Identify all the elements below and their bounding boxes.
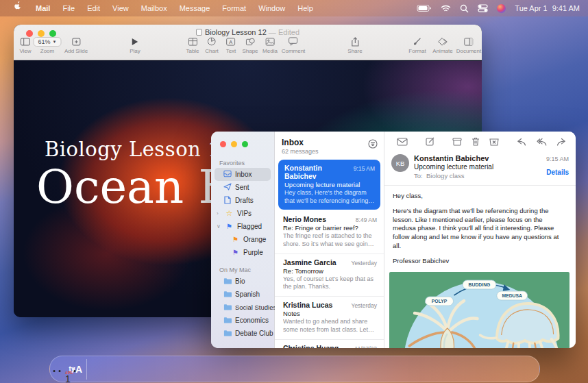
running-indicator — [53, 370, 56, 372]
detail-recipient: To: Biology class — [414, 172, 546, 180]
flag-icon: ⚑ — [225, 223, 234, 230]
keynote-text-button[interactable]: A Text — [226, 36, 236, 54]
chevron-down-icon: ∨ — [217, 223, 221, 230]
mailbox-title: Inbox — [282, 138, 377, 147]
sidebar-item-flagged[interactable]: ∨ ⚑ Flagged — [215, 220, 271, 233]
menu-item-edit[interactable]: Edit — [81, 0, 106, 16]
keynote-table-button[interactable]: Table — [186, 36, 199, 54]
keynote-format-button[interactable]: Format — [408, 36, 426, 54]
sidebar-item-flag-orange[interactable]: ⚑ Orange — [215, 233, 271, 246]
sidebar-folder-social-studies[interactable]: Social Studies — [215, 301, 271, 314]
reply-all-icon[interactable] — [536, 138, 547, 146]
sidebar-item-vips[interactable]: › ☆ VIPs — [215, 207, 271, 220]
details-link[interactable]: Details — [546, 169, 569, 176]
message-row[interactable]: Konstantin Babichev9:15 AM Upcoming lect… — [278, 160, 380, 210]
diagram-label-medusa: MEDUSA — [502, 293, 522, 298]
apple-menu-icon[interactable] — [8, 0, 29, 16]
sidebar-item-inbox[interactable]: Inbox — [215, 168, 271, 181]
sidebar-header-icloud[interactable]: iCloud — [211, 346, 274, 348]
trash-icon[interactable] — [471, 137, 480, 146]
sidebar-item-sent[interactable]: Sent — [215, 181, 271, 194]
keynote-view-button[interactable]: View — [19, 36, 31, 54]
menu-item-window[interactable]: Window — [252, 0, 291, 16]
format-brush-icon — [408, 36, 426, 47]
sidebar-folder-debate-club[interactable]: Debate Club — [215, 327, 271, 340]
keynote-media-button[interactable]: Media — [262, 36, 278, 54]
spotlight-search-icon[interactable] — [460, 4, 469, 13]
wifi-icon[interactable] — [441, 5, 451, 12]
menu-item-view[interactable]: View — [106, 0, 135, 16]
sidebar-item-flag-purple[interactable]: ⚑ Purple — [215, 246, 271, 259]
diagram-label-budding: BUDDING — [469, 282, 491, 287]
menu-item-help[interactable]: Help — [291, 0, 319, 16]
siri-icon[interactable] — [497, 4, 506, 13]
folder-icon — [223, 277, 232, 286]
sidebar-folder-bio[interactable]: Bio — [215, 275, 271, 288]
slide-heading-text: Biology Lesson 12 — [45, 138, 234, 161]
keynote-animate-button[interactable]: Animate — [432, 36, 452, 54]
mail-detail-pane: » KB Konstantin Babichev Upcoming lectur… — [384, 132, 576, 348]
animate-icon — [432, 36, 452, 47]
keynote-play-button[interactable]: Play — [130, 36, 140, 54]
vip-star-icon: ☆ — [225, 209, 234, 218]
sidebar-view-icon — [19, 36, 31, 47]
sidebar-folder-economics[interactable]: Economics — [215, 314, 271, 327]
minimize-button[interactable] — [231, 141, 237, 147]
get-mail-icon[interactable] — [397, 138, 408, 146]
zoom-button[interactable] — [242, 141, 248, 147]
shape-icon — [242, 36, 258, 47]
close-button[interactable] — [220, 141, 226, 147]
keynote-chart-button[interactable]: Chart — [205, 36, 219, 54]
control-center-icon[interactable] — [478, 4, 488, 12]
menu-item-message[interactable]: Message — [173, 0, 217, 16]
menu-item-format[interactable]: Format — [216, 0, 252, 16]
document-proxy-icon — [196, 29, 202, 36]
dock: APR1 tv ♪ A — [49, 356, 540, 382]
sidebar-item-drafts[interactable]: Drafts — [215, 194, 271, 207]
menu-bar: Mail File Edit View Mailbox Message Form… — [0, 0, 588, 16]
running-indicator — [59, 370, 61, 372]
play-icon — [130, 36, 140, 47]
junk-icon[interactable] — [489, 138, 499, 146]
drafts-document-icon — [223, 196, 232, 206]
menu-item-mailbox[interactable]: Mailbox — [135, 0, 173, 16]
battery-icon[interactable] — [417, 4, 432, 12]
attachment-jellyfish-lifecycle-diagram[interactable]: BUDDING POLYP MEDUSA — [389, 272, 569, 348]
message-count: 62 messages — [282, 148, 377, 155]
keynote-share-button[interactable]: Share — [347, 36, 362, 54]
body-greeting: Hey class, — [393, 192, 567, 201]
archive-icon[interactable] — [452, 138, 462, 146]
diagram-label-polyp: POLYP — [432, 299, 448, 304]
detail-subject: Upcoming lecture material — [414, 163, 546, 171]
sent-paperplane-icon — [223, 183, 232, 192]
body-paragraph: Here's the diagram that we'll be referen… — [393, 207, 567, 251]
keynote-add-slide-button[interactable]: Add Slide — [64, 36, 88, 54]
message-row[interactable]: Nerio Mones8:49 AM Re: Fringe or barrier… — [275, 211, 384, 253]
keynote-comment-button[interactable]: Comment — [282, 36, 306, 54]
menu-item-mail[interactable]: Mail — [29, 0, 56, 16]
message-row[interactable]: Kristina LucasYesterday Notes Wanted to … — [275, 296, 384, 338]
keynote-window-title: Biology Lesson 12 — Edited — [14, 28, 482, 36]
mail-window: Favorites Inbox Sent Drafts › ☆ VIPs — [211, 132, 576, 348]
message-row[interactable]: Christine Huang11/07/23 Debate club - re… — [275, 339, 384, 349]
compose-icon[interactable] — [426, 137, 434, 146]
forward-icon[interactable] — [556, 138, 566, 146]
sidebar-folder-spanish[interactable]: Spanish — [215, 288, 271, 301]
keynote-zoom-control[interactable]: 61%▼ Zoom — [34, 36, 62, 54]
media-icon — [262, 36, 278, 47]
reply-icon[interactable] — [517, 138, 526, 146]
desktop-wallpaper: Mail File Edit View Mailbox Message Form… — [0, 0, 588, 383]
filter-icon[interactable] — [368, 139, 378, 151]
edited-label: Edited — [278, 28, 299, 36]
menu-item-file[interactable]: File — [56, 0, 81, 16]
document-icon — [456, 36, 481, 47]
dock-separator — [86, 359, 87, 380]
keynote-document-button[interactable]: Document — [456, 36, 481, 54]
folder-icon — [223, 330, 232, 338]
keynote-shape-button[interactable]: Shape — [242, 36, 258, 54]
chart-icon — [205, 36, 219, 47]
menu-bar-clock[interactable]: Tue Apr 1 9:41 AM — [515, 4, 580, 12]
chevron-right-icon: › — [217, 210, 221, 217]
keynote-titlebar: Biology Lesson 12 — Edited View 61%▼ Zoo… — [14, 25, 482, 60]
message-row[interactable]: Jasmine GarciaYesterday Re: Tomorrow Yes… — [275, 254, 384, 296]
